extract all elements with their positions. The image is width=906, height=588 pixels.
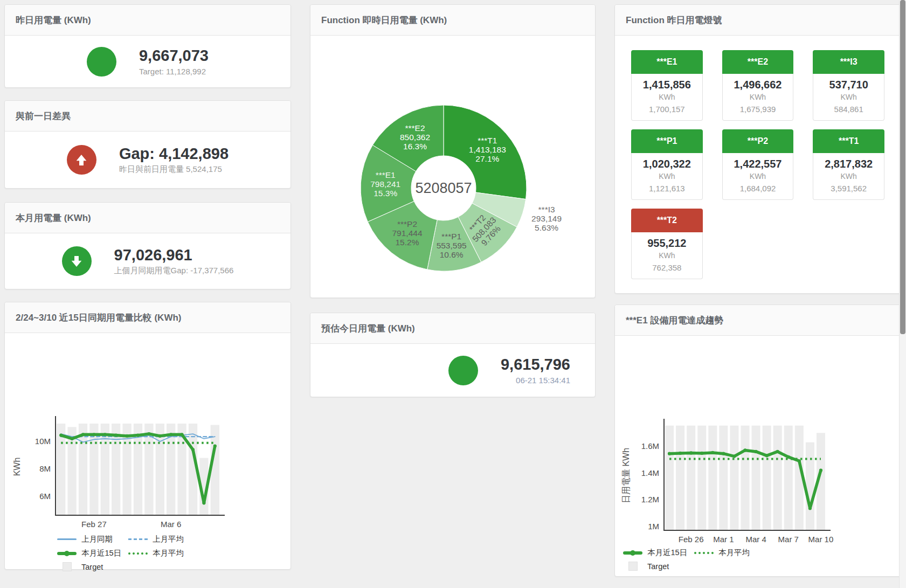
legend-item-thick[interactable]: 本月近15日 bbox=[57, 548, 128, 558]
series-point bbox=[689, 451, 693, 454]
series-point bbox=[787, 455, 790, 459]
panel-title: 2/24~3/10 近15日同期用電量比較 (KWh) bbox=[16, 312, 182, 324]
legend-label: 上月同期 bbox=[81, 534, 113, 544]
series-point bbox=[181, 433, 184, 436]
tile-target-value: 584,861 bbox=[813, 105, 884, 114]
donut-center-total: 5208057 bbox=[415, 180, 472, 196]
panel-today-estimate: 預估今日用電量 (KWh) 9,615,796 06-21 15:34:41 bbox=[310, 313, 596, 397]
estimate-timestamp: 06-21 15:34:41 bbox=[501, 376, 570, 385]
panel-title: 昨日用電量 (KWh) bbox=[16, 14, 91, 26]
x-tick-label: Mar 10 bbox=[808, 535, 834, 544]
target-bar bbox=[687, 426, 695, 530]
tile-target-value: 1,684,092 bbox=[723, 184, 793, 193]
tile-target-value: 1,700,157 bbox=[632, 105, 702, 114]
status-circle-green bbox=[448, 356, 478, 385]
series-point bbox=[765, 454, 769, 457]
panel-header: Function 昨日用電燈號 bbox=[615, 5, 901, 36]
series-point bbox=[668, 452, 671, 455]
tile-unit: KWh bbox=[632, 251, 702, 260]
x-tick-label: Mar 4 bbox=[745, 535, 766, 544]
panel-title: 與前一日差異 bbox=[16, 110, 71, 122]
tile-target-value: 1,121,613 bbox=[632, 184, 702, 193]
status-tile-E1: ***E11,415,856KWh1,700,157 bbox=[631, 50, 703, 121]
yesterday-usage-target: Target: 11,128,992 bbox=[139, 67, 209, 76]
target-bar bbox=[784, 426, 793, 530]
legend-item-box[interactable]: Target bbox=[623, 562, 694, 571]
series-point bbox=[711, 451, 714, 454]
compare-chart-legend: 上月同期上月平均本月近15日本月平均Target bbox=[57, 534, 291, 571]
panel-title: ***E1 設備用電達成趨勢 bbox=[626, 314, 723, 327]
series-point bbox=[71, 437, 74, 440]
status-tile-T1: ***T12,817,832KWh3,591,562 bbox=[813, 129, 884, 200]
page-scrollbar-track[interactable] bbox=[899, 0, 906, 588]
tile-unit: KWh bbox=[723, 172, 793, 181]
legend-item-thick[interactable]: 本月近15日 bbox=[623, 548, 694, 558]
target-bar bbox=[112, 424, 120, 515]
legend-row: 本月近15日本月平均 bbox=[623, 548, 901, 558]
legend-item-dotted[interactable]: 本月平均 bbox=[694, 548, 765, 558]
legend-label: 本月平均 bbox=[718, 548, 750, 558]
series-point bbox=[776, 450, 779, 453]
series-point bbox=[81, 433, 85, 436]
tile-header: ***T1 bbox=[813, 129, 884, 153]
legend-item-dotted[interactable]: 本月平均 bbox=[128, 548, 199, 558]
tile-value: 1,415,856 bbox=[632, 79, 702, 91]
tile-unit: KWh bbox=[813, 93, 884, 101]
panel-header: 預估今日用電量 (KWh) bbox=[310, 313, 595, 344]
series-point bbox=[92, 433, 95, 436]
tile-body: 1,422,557KWh1,684,092 bbox=[722, 153, 794, 200]
tile-header: ***P2 bbox=[722, 129, 794, 153]
y-tick-label: 10M bbox=[35, 437, 51, 446]
tile-body: 1,415,856KWh1,700,157 bbox=[631, 74, 703, 121]
legend-swatch-dotted-icon bbox=[128, 552, 148, 555]
tile-unit: KWh bbox=[813, 172, 884, 181]
legend-item-box[interactable]: Target bbox=[57, 562, 128, 571]
panel-header: 2/24~3/10 近15日同期用電量比較 (KWh) bbox=[5, 302, 291, 333]
legend-swatch-thick-icon bbox=[57, 552, 77, 555]
panel-compare-chart: 2/24~3/10 近15日同期用電量比較 (KWh) 6M8M10MKWhFe… bbox=[4, 302, 291, 570]
tile-header: ***P1 bbox=[631, 129, 703, 153]
target-bar bbox=[773, 426, 782, 530]
tile-value: 1,020,322 bbox=[632, 158, 702, 170]
series-point bbox=[732, 455, 736, 458]
status-circle-green bbox=[62, 246, 92, 276]
donut-slice-label: ***I3293,1495.63% bbox=[531, 205, 562, 232]
panel-header: 昨日用電量 (KWh) bbox=[5, 5, 291, 36]
target-bar bbox=[806, 442, 814, 530]
tile-header: ***I3 bbox=[813, 50, 884, 74]
legend-label: 上月平均 bbox=[153, 534, 184, 544]
series-point bbox=[103, 433, 107, 436]
tile-value: 1,496,662 bbox=[723, 79, 793, 91]
target-bar bbox=[741, 426, 749, 530]
tile-body: 2,817,832KWh3,591,562 bbox=[813, 153, 884, 200]
panel-title: 本月用電量 (KWh) bbox=[16, 212, 91, 224]
legend-label: 本月近15日 bbox=[647, 548, 687, 558]
status-tile-T2: ***T2955,212KWh762,358 bbox=[631, 209, 703, 279]
series-point bbox=[59, 434, 63, 437]
legend-swatch-thick-icon bbox=[623, 551, 643, 555]
x-tick-label: Mar 1 bbox=[713, 535, 734, 544]
y-axis-title: 日用電量 KWh bbox=[621, 448, 631, 503]
target-bar bbox=[730, 426, 738, 530]
target-bar bbox=[211, 425, 219, 515]
page-scrollbar-thumb[interactable] bbox=[900, 0, 905, 334]
panel-title: Function 昨日用電燈號 bbox=[626, 14, 722, 26]
legend-label: 本月平均 bbox=[153, 548, 184, 558]
panel-status-lights: Function 昨日用電燈號 ***E11,415,856KWh1,700,1… bbox=[614, 4, 901, 294]
legend-item-solid[interactable]: 上月同期 bbox=[57, 534, 128, 544]
legend-row: 本月近15日本月平均 bbox=[57, 548, 291, 558]
target-bar bbox=[763, 426, 771, 530]
y-tick-label: 6M bbox=[39, 492, 51, 501]
tile-target-value: 3,591,562 bbox=[813, 184, 884, 193]
arrow-up-icon bbox=[74, 153, 89, 168]
e1-trend-legend: 本月近15日本月平均Target bbox=[623, 548, 901, 571]
tile-body: 1,496,662KWh1,675,939 bbox=[722, 74, 794, 121]
tile-value: 955,212 bbox=[632, 237, 702, 250]
legend-item-dashed[interactable]: 上月平均 bbox=[128, 534, 199, 544]
tile-value: 537,710 bbox=[813, 79, 884, 91]
legend-row: Target bbox=[57, 562, 291, 571]
series-point bbox=[136, 434, 140, 437]
panel-header: 與前一日差異 bbox=[5, 101, 291, 132]
legend-swatch-box-icon bbox=[57, 562, 77, 571]
series-point bbox=[126, 434, 129, 438]
